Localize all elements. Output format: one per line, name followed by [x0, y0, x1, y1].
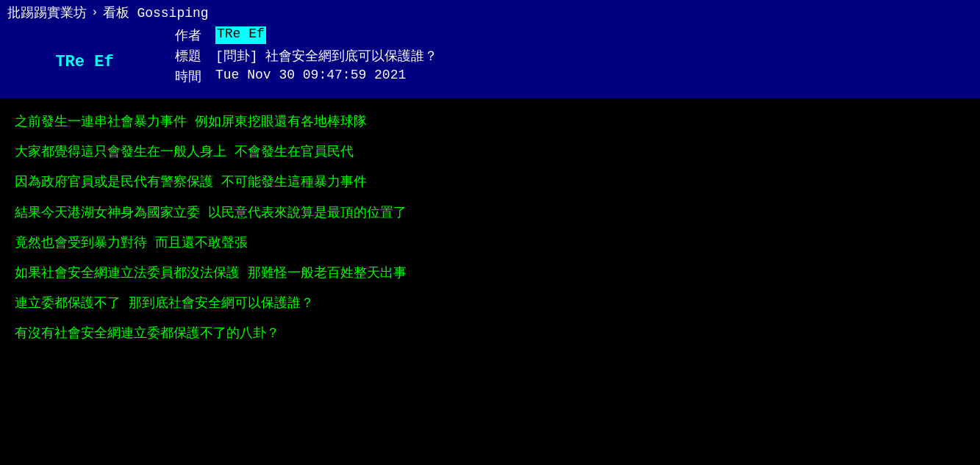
content-line-4: 結果今天港湖女神身為國家立委 以民意代表來說算是最頂的位置了: [15, 198, 965, 228]
content-line-1: 之前發生一連串社會暴力事件 例如屏東挖眼還有各地棒球隊: [15, 107, 965, 137]
site-name: 批踢踢實業坊: [7, 4, 87, 21]
avatar: TRe Ef: [0, 25, 169, 98]
breadcrumb-bar: 批踢踢實業坊 › 看板 Gossiping: [0, 0, 980, 25]
content-line-6: 如果社會安全網連立法委員都沒法保護 那難怪一般老百姓整天出事: [15, 259, 965, 289]
post-content: 之前發生一連串社會暴力事件 例如屏東挖眼還有各地棒球隊 大家都覺得這只會發生在一…: [0, 98, 980, 358]
title-row: 標題 [問卦] 社會安全網到底可以保護誰？: [169, 46, 980, 66]
content-line-5: 竟然也會受到暴力對待 而且還不敢聲張: [15, 228, 965, 259]
time-value: Tue Nov 30 09:47:59 2021: [215, 68, 406, 85]
author-value: TRe Ef: [215, 26, 266, 44]
author-label: 作者: [175, 26, 215, 44]
title-label: 標題: [175, 47, 215, 65]
breadcrumb-separator: ›: [91, 6, 99, 19]
author-row: 作者 TRe Ef: [169, 25, 980, 46]
content-line-7: 連立委都保護不了 那到底社會安全網可以保護誰？: [15, 289, 965, 319]
content-line-8: 有沒有社會安全網連立委都保護不了的八卦？: [15, 319, 965, 349]
post-metadata: 作者 TRe Ef 標題 [問卦] 社會安全網到底可以保護誰？ 時間 Tue N…: [169, 25, 980, 98]
post-header-section: TRe Ef 作者 TRe Ef 標題 [問卦] 社會安全網到底可以保護誰？ 時…: [0, 25, 980, 98]
content-line-2: 大家都覺得這只會發生在一般人身上 不會發生在官員民代: [15, 137, 965, 167]
board-name: 看板 Gossiping: [103, 4, 209, 21]
time-label: 時間: [175, 68, 215, 85]
title-value: [問卦] 社會安全網到底可以保護誰？: [215, 47, 437, 65]
time-row: 時間 Tue Nov 30 09:47:59 2021: [169, 66, 980, 87]
content-line-3: 因為政府官員或是民代有警察保護 不可能發生這種暴力事件: [15, 167, 965, 198]
avatar-text: TRe Ef: [55, 53, 113, 71]
